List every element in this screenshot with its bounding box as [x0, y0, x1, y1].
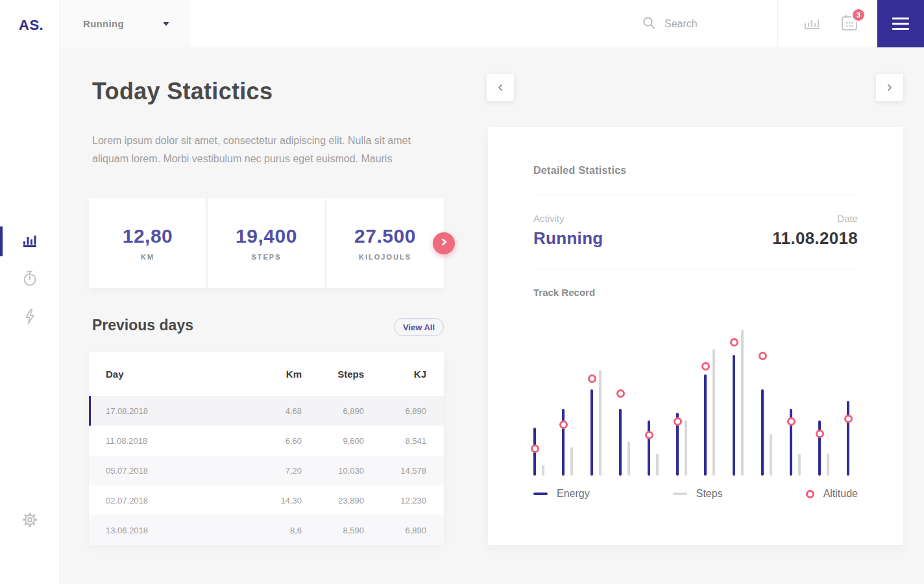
steps-bar: [741, 330, 744, 476]
date-label: Date: [772, 213, 858, 224]
table-cell: 23,890: [302, 496, 364, 505]
altitude-marker: [616, 389, 625, 398]
column-header-day: Day: [106, 369, 243, 380]
statistics-shortcut-button[interactable]: [804, 16, 820, 32]
table-cell: 14,578: [364, 466, 426, 476]
main-content: Today Statictics Lorem ipsum dolor sit a…: [59, 47, 924, 584]
today-stats-row: 12,80 KM 19,400 STEPS 27.500 KILOJOULS: [89, 198, 444, 288]
steps-bar: [798, 454, 801, 476]
table-header-row: Day Km Steps KJ: [89, 352, 444, 396]
previous-days-table: Day Km Steps KJ 17.08.20184,686,8906,890…: [89, 352, 444, 545]
chevron-down-icon: [163, 22, 169, 26]
energy-bar: [590, 389, 593, 476]
column-header-kj: KJ: [364, 369, 426, 380]
chart-group: [818, 322, 829, 476]
chart-group: [847, 322, 858, 476]
stat-label: STEPS: [251, 253, 281, 261]
hamburger-icon: [892, 18, 909, 19]
table-cell: 8,541: [364, 436, 426, 446]
table-cell: 10,030: [302, 466, 364, 476]
steps-bar: [599, 370, 602, 476]
steps-bar: [827, 454, 829, 476]
table-cell: 8,590: [302, 526, 364, 535]
stopwatch-icon: [22, 270, 38, 289]
stat-label: KM: [141, 253, 154, 261]
table-row[interactable]: 17.08.20184,686,8906,890: [89, 396, 444, 426]
energy-bar: [818, 420, 821, 476]
steps-bar: [685, 420, 687, 476]
table-row[interactable]: 13.06.20188,68,5906,890: [89, 515, 444, 545]
column-header-steps: Steps: [302, 369, 364, 380]
bar-chart-icon: [804, 16, 820, 32]
view-all-button[interactable]: View All: [394, 318, 444, 336]
sidebar-item-statistics[interactable]: [0, 226, 59, 257]
legend-item-steps: Steps: [673, 488, 723, 500]
steps-bar: [712, 349, 715, 476]
table-cell: 6,890: [364, 406, 426, 416]
stat-card-steps: 19,400 STEPS: [208, 198, 325, 288]
date-value: 11.08.2018: [772, 228, 858, 249]
energy-legend-swatch: [533, 493, 548, 495]
activity-dropdown[interactable]: Running: [59, 0, 189, 47]
legend-item-altitude: Altitude: [806, 488, 858, 500]
chart-group: [590, 322, 602, 476]
detailed-statistics-title: Detailed Statistics: [533, 165, 627, 176]
steps-bar: [627, 441, 630, 476]
chart-group: [733, 322, 744, 476]
carousel-prev-button[interactable]: [487, 74, 514, 101]
calendar-button[interactable]: 3: [841, 14, 858, 34]
carousel-next-button[interactable]: [876, 74, 903, 101]
altitude-marker: [645, 431, 653, 439]
stat-label: KILOJOULS: [359, 253, 411, 261]
steps-legend-swatch: [673, 493, 687, 495]
track-record-title: Track Record: [533, 287, 595, 298]
sidebar-item-energy[interactable]: [0, 302, 59, 334]
previous-days-title: Previous days: [92, 317, 193, 334]
altitude-legend-swatch: [806, 490, 814, 498]
chart-group: [704, 322, 715, 476]
chart-group: [676, 322, 687, 476]
gear-icon: [21, 511, 38, 531]
table-row[interactable]: 05.07.20187,2010,03014,578: [89, 456, 444, 485]
energy-bar: [619, 409, 622, 476]
chevron-right-icon: [439, 237, 448, 249]
energy-bar: [648, 420, 650, 476]
activity-block: Activity Running: [533, 213, 603, 249]
altitude-marker: [674, 417, 682, 426]
page-title: Today Statictics: [92, 78, 273, 105]
search-icon: [642, 16, 655, 32]
search-input[interactable]: [664, 18, 762, 30]
sidebar-item-settings[interactable]: [0, 505, 59, 537]
notification-badge: 3: [851, 8, 866, 22]
steps-bar: [542, 465, 544, 476]
activity-dropdown-value: Running: [83, 18, 124, 29]
sidebar-item-timer[interactable]: [0, 264, 59, 295]
steps-bar: [770, 434, 772, 476]
energy-bar: [562, 409, 565, 476]
table-cell: 02.07.2018: [106, 496, 243, 505]
detailed-statistics-card: Detailed Statistics Activity Running Dat…: [488, 127, 903, 545]
altitude-marker: [844, 415, 853, 423]
legend-label: Steps: [696, 488, 723, 500]
altitude-marker: [759, 352, 767, 360]
stats-next-button[interactable]: [433, 232, 455, 254]
chevron-left-icon: [496, 83, 504, 92]
altitude-marker: [730, 338, 738, 347]
table-cell: 9,600: [302, 436, 364, 446]
table-cell: 6,60: [243, 436, 302, 446]
table-cell: 13.06.2018: [106, 526, 243, 535]
altitude-marker: [701, 362, 710, 371]
altitude-marker: [559, 420, 568, 429]
table-row[interactable]: 11.08.20186,609,6008,541: [89, 426, 444, 456]
chart-group: [533, 322, 544, 476]
steps-bar: [656, 454, 659, 476]
topbar: Running: [59, 0, 924, 47]
table-body: 17.08.20184,686,8906,89011.08.20186,609,…: [89, 396, 444, 545]
legend-label: Altitude: [823, 488, 858, 500]
column-header-km: Km: [243, 369, 302, 380]
table-cell: 6,890: [364, 526, 426, 535]
energy-bar: [733, 355, 735, 476]
hamburger-menu-button[interactable]: [877, 0, 924, 47]
table-row[interactable]: 02.07.201814,3023,89012,230: [89, 485, 444, 515]
table-cell: 14,30: [243, 496, 302, 505]
